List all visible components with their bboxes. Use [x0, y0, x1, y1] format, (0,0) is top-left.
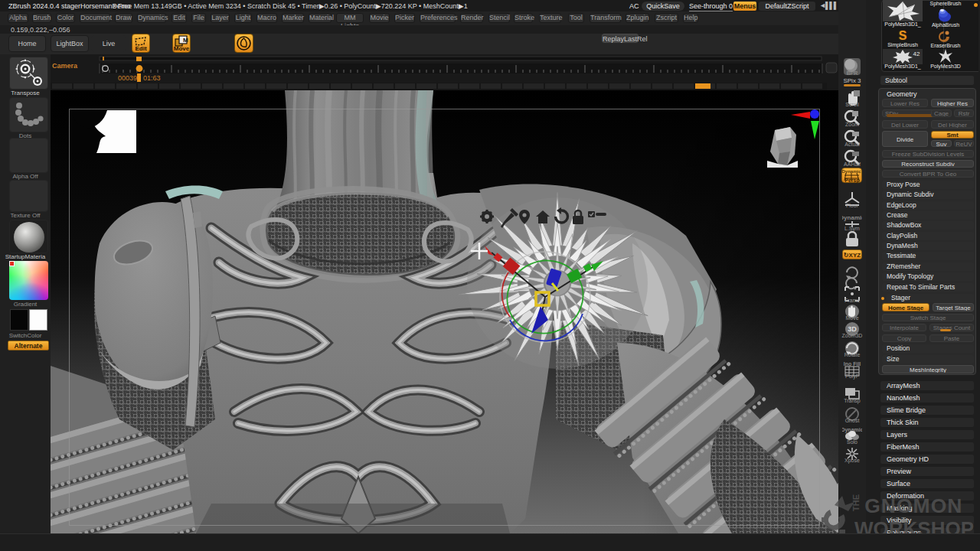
svg-text:42: 42	[913, 51, 920, 57]
svg-text:THE: THE	[851, 494, 861, 511]
svg-text:S: S	[899, 29, 907, 42]
svg-text:M: M	[183, 37, 188, 44]
svg-text:Move: Move	[174, 45, 190, 52]
svg-text:01:63: 01:63	[143, 74, 161, 82]
svg-text:Ino Fill: Ino Fill	[844, 361, 861, 367]
svg-text:00039: 00039	[118, 74, 137, 82]
svg-text:Edit: Edit	[135, 45, 146, 52]
svg-text:Dynamic: Dynamic	[842, 214, 862, 221]
svg-text:3D: 3D	[848, 325, 857, 333]
svg-text:GNOMON: GNOMON	[864, 494, 962, 517]
